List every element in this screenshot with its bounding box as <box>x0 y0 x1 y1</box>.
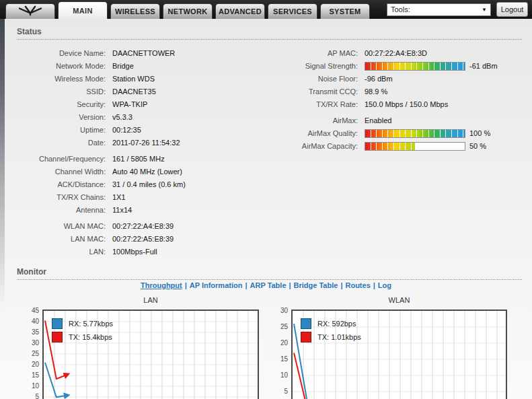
y-axis-tick: 20 <box>24 361 39 368</box>
lan-chart-yaxis: 45403530252015105 <box>24 310 42 399</box>
date-value: 2011-07-26 11:54:32 <box>112 139 180 147</box>
version-row: Version: v5.3.3 <box>17 111 266 124</box>
rx-color-swatch <box>301 318 311 329</box>
tools-select[interactable]: Tools: ▼ <box>387 3 491 16</box>
channel-frequency-row: Channel/Frequency: 161 / 5805 MHz <box>17 153 266 166</box>
version-value: v5.3.3 <box>112 113 132 121</box>
tab-main[interactable]: MAIN <box>58 1 108 19</box>
link-bridge-table[interactable]: Bridge Table <box>294 281 338 289</box>
wlan-chart-plot: RX: 592bps TX: 1.01kbps <box>291 310 507 399</box>
lan-mac-label: LAN MAC: <box>17 235 106 243</box>
wireless-mode-row: Wireless Mode: Station WDS <box>17 73 266 85</box>
airmax-row: AirMax: Enabled <box>269 114 532 127</box>
status-left-group-general: Device Name: DAACNETTOWER Network Mode: … <box>17 47 266 149</box>
y-axis-tick: 30 <box>24 339 39 347</box>
device-name-value: DAACNETTOWER <box>112 49 175 57</box>
ap-mac-row: AP MAC: 00:27:22:A4:E8:3D <box>269 47 532 60</box>
ssid-label: SSID: <box>17 87 106 96</box>
txrx-chains-label: TX/RX Chains: <box>17 193 106 201</box>
link-separator: | <box>245 281 247 289</box>
signal-strength-meter <box>365 62 465 71</box>
version-label: Version: <box>17 113 106 121</box>
ack-distance-value: 31 / 0.4 miles (0.6 km) <box>112 180 186 188</box>
device-name-row: Device Name: DAACNETTOWER <box>17 47 266 60</box>
ubiquiti-logo-tab[interactable] <box>5 3 55 19</box>
top-nav-bar: MAIN WIRELESS NETWORK ADVANCED SERVICES … <box>0 0 532 19</box>
y-axis-tick: 45 <box>24 307 39 314</box>
uptime-value: 00:12:35 <box>112 126 141 134</box>
wlan-chart-legend: RX: 592bps TX: 1.01kbps <box>301 317 361 344</box>
channel-width-value: Auto 40 MHz (Lower) <box>112 168 182 176</box>
txrx-rate-row: TX/RX Rate: 150.0 Mbps / 150.0 Mbps <box>269 98 532 111</box>
monitor-links-bar: Throughput|AP Information|ARP Table|Brid… <box>0 281 532 289</box>
airmax-capacity-value: 50 % <box>469 142 486 150</box>
tools-select-label: Tools: <box>391 5 410 13</box>
airmax-quality-label: AirMax Quality: <box>269 129 358 137</box>
airmax-quality-value: 100 % <box>469 129 490 137</box>
link-arp-table[interactable]: ARP Table <box>250 281 287 289</box>
noise-floor-value: -96 dBm <box>365 75 393 83</box>
y-axis-tick: 25 <box>272 323 288 330</box>
link-log[interactable]: Log <box>378 281 391 289</box>
link-routes[interactable]: Routes <box>345 281 370 289</box>
security-row: Security: WPA-TKIP <box>17 98 266 111</box>
tab-services[interactable]: SERVICES <box>268 3 317 19</box>
tx-color-swatch <box>52 332 63 342</box>
channel-frequency-label: Channel/Frequency: <box>17 155 106 163</box>
ubiquiti-antenna-icon <box>15 5 45 17</box>
network-mode-label: Network Mode: <box>17 62 106 70</box>
wireless-mode-label: Wireless Mode: <box>17 75 106 83</box>
noise-floor-row: Noise Floor: -96 dBm <box>269 73 532 85</box>
tab-wireless[interactable]: WIRELESS <box>110 3 160 19</box>
status-left-group-mac: WLAN MAC: 00:27:22:A4:E8:39 LAN MAC: 00:… <box>17 220 266 258</box>
status-section-title: Status <box>17 27 522 40</box>
airmax-capacity-meter <box>365 142 465 151</box>
lan-tx-legend-item: TX: 15.4kbps <box>52 330 113 344</box>
ap-mac-label: AP MAC: <box>269 49 358 57</box>
security-value: WPA-TKIP <box>112 100 147 108</box>
wlan-throughput-chart: WLAN 30252015105 RX: 592bps TX: 1.01kbps <box>272 296 507 399</box>
link-separator: | <box>340 281 342 289</box>
airmax-capacity-row: AirMax Capacity: 50 % <box>269 140 532 153</box>
lan-chart-legend: RX: 5.77kbps TX: 15.4kbps <box>52 317 113 344</box>
security-label: Security: <box>17 100 106 108</box>
antenna-value: 11x14 <box>112 206 132 214</box>
wlan-rx-legend-text: RX: 592bps <box>317 320 356 328</box>
link-throughput[interactable]: Throughput <box>141 281 182 289</box>
airmax-value: Enabled <box>365 116 391 124</box>
ssid-row: SSID: DAACNET35 <box>17 85 266 98</box>
tab-advanced[interactable]: ADVANCED <box>215 3 265 19</box>
lan-speed-label: LAN: <box>17 248 106 256</box>
airmax-quality-meter <box>365 129 465 138</box>
tx-color-swatch <box>301 332 311 342</box>
y-axis-tick: 20 <box>272 339 288 347</box>
airmax-quality-row: AirMax Quality: 100 % <box>269 127 532 140</box>
tab-system[interactable]: SYSTEM <box>320 3 370 19</box>
wlan-rx-legend-item: RX: 592bps <box>301 317 361 330</box>
ssid-value: DAACNET35 <box>112 87 156 96</box>
uptime-row: Uptime: 00:12:35 <box>17 124 266 137</box>
lan-throughput-chart: LAN 45403530252015105 RX: 5.77kbps TX: 1… <box>24 296 259 399</box>
lan-tx-legend-text: TX: 15.4kbps <box>69 333 112 341</box>
device-name-label: Device Name: <box>17 49 106 57</box>
y-axis-tick: 15 <box>272 355 288 363</box>
txrx-chains-value: 1X1 <box>112 193 126 201</box>
y-axis-tick: 5 <box>24 393 39 399</box>
airmax-capacity-label: AirMax Capacity: <box>269 142 358 150</box>
logout-button[interactable]: Logout <box>496 2 528 17</box>
link-ap-information[interactable]: AP Information <box>190 281 243 289</box>
signal-strength-row: Signal Strength: -61 dBm <box>269 60 532 73</box>
monitor-section-title: Monitor <box>17 267 522 280</box>
channel-frequency-value: 161 / 5805 MHz <box>112 155 165 163</box>
wlan-tx-legend-text: TX: 1.01kbps <box>317 333 361 341</box>
lan-rx-legend-item: RX: 5.77kbps <box>52 317 113 330</box>
signal-strength-label: Signal Strength: <box>269 62 358 70</box>
wlan-chart-yaxis: 30252015105 <box>272 310 291 399</box>
antenna-row: Antenna: 11x14 <box>17 204 266 217</box>
noise-floor-label: Noise Floor: <box>269 75 358 83</box>
tab-network[interactable]: NETWORK <box>163 3 213 19</box>
network-mode-value: Bridge <box>112 62 134 70</box>
status-left-group-radio: Channel/Frequency: 161 / 5805 MHz Channe… <box>17 153 266 217</box>
status-right-group-signal: AP MAC: 00:27:22:A4:E8:3D Signal Strengt… <box>269 47 532 111</box>
txrx-rate-value: 150.0 Mbps / 150.0 Mbps <box>365 100 448 108</box>
